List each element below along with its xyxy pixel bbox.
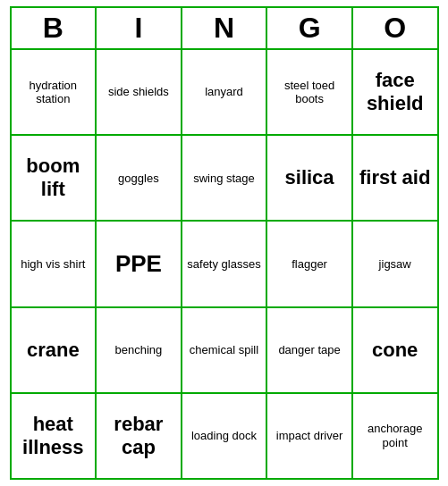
bingo-cell-3-3: danger tape: [267, 308, 353, 392]
header-cell-o: O: [353, 8, 437, 48]
bingo-cell-4-3: impact driver: [267, 394, 353, 478]
bingo-row-1: boom liftgogglesswing stagesilicafirst a…: [12, 136, 437, 222]
bingo-row-2: high vis shirtPPEsafety glassesflaggerji…: [12, 222, 437, 307]
bingo-cell-3-2: chemical spill: [182, 308, 268, 392]
bingo-cell-1-4: first aid: [353, 136, 437, 220]
bingo-row-4: heat illnessrebar caploading dockimpact …: [12, 394, 437, 478]
header-cell-n: N: [182, 8, 268, 48]
header-cell-b: B: [12, 8, 97, 48]
bingo-cell-2-2: safety glasses: [182, 222, 268, 306]
bingo-row-3: cranebenchingchemical spilldanger tapeco…: [12, 308, 437, 394]
bingo-cell-3-0: crane: [12, 308, 97, 392]
bingo-header: BINGO: [12, 8, 437, 50]
bingo-cell-0-2: lanyard: [182, 50, 268, 134]
bingo-cell-4-4: anchorage point: [353, 394, 437, 478]
bingo-cell-2-1: PPE: [97, 222, 182, 306]
bingo-cell-3-1: benching: [97, 308, 182, 392]
bingo-cell-1-2: swing stage: [182, 136, 268, 220]
bingo-cell-4-1: rebar cap: [97, 394, 182, 478]
bingo-cell-0-3: steel toed boots: [267, 50, 353, 134]
bingo-card: BINGO hydration stationside shieldslanya…: [10, 6, 439, 480]
bingo-cell-1-1: goggles: [97, 136, 182, 220]
bingo-cell-0-4: face shield: [353, 50, 437, 134]
bingo-cell-2-0: high vis shirt: [12, 222, 97, 306]
bingo-cell-0-1: side shields: [97, 50, 182, 134]
bingo-cell-3-4: cone: [353, 308, 437, 392]
bingo-cell-1-0: boom lift: [12, 136, 97, 220]
bingo-cell-4-0: heat illness: [12, 394, 97, 478]
bingo-cell-0-0: hydration station: [12, 50, 97, 134]
bingo-body: hydration stationside shieldslanyardstee…: [12, 50, 437, 478]
header-cell-i: I: [97, 8, 182, 48]
bingo-cell-1-3: silica: [267, 136, 353, 220]
bingo-cell-2-4: jigsaw: [353, 222, 437, 306]
bingo-cell-4-2: loading dock: [182, 394, 268, 478]
header-cell-g: G: [267, 8, 353, 48]
bingo-cell-2-3: flagger: [267, 222, 353, 306]
bingo-row-0: hydration stationside shieldslanyardstee…: [12, 50, 437, 136]
